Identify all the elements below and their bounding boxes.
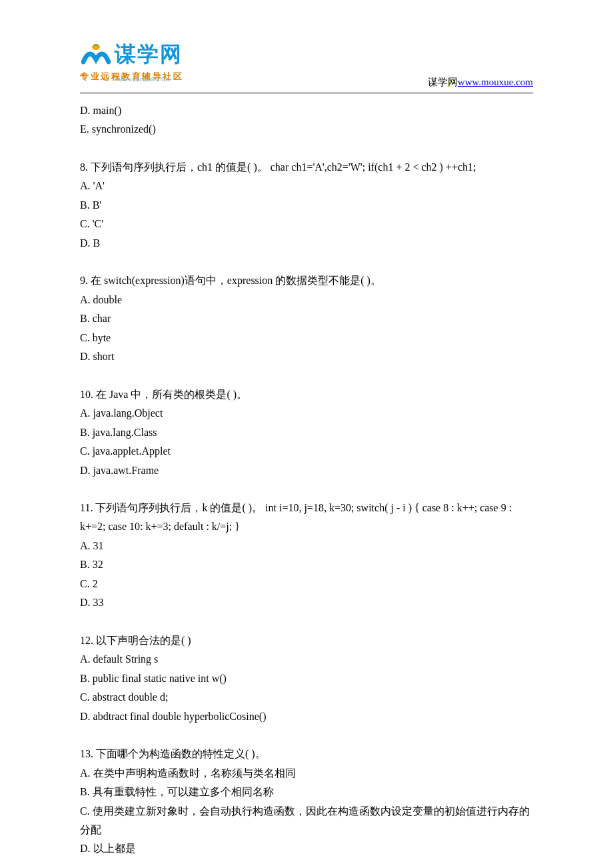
q13-option-d: D. 以上都是: [80, 839, 533, 858]
q8-option-a: A. 'A': [80, 177, 533, 195]
q9-option-d: D. short: [80, 347, 533, 366]
q9-stem: 9. 在 switch(expression)语句中，expression 的数…: [80, 271, 533, 290]
page-header: 谋学网 www.mouxue.com 专业远程教育辅导社区 谋学网www.mou…: [80, 40, 533, 93]
header-right-link: 谋学网www.mouxue.com: [428, 76, 533, 89]
q10-option-b: B. java.lang.Class: [80, 423, 533, 442]
q7-option-e: E. synchronized(): [80, 120, 533, 139]
q11-stem: 11. 下列语句序列执行后，k 的值是( )。 int i=10, j=18, …: [80, 499, 533, 537]
q8-option-d: D. B: [80, 234, 533, 253]
q10-option-d: D. java.awt.Frame: [80, 461, 533, 480]
q8-option-c: C. 'C': [80, 215, 533, 233]
q7-option-d: D. main(): [80, 101, 533, 120]
q13-option-b: B. 具有重载特性，可以建立多个相同名称: [80, 783, 533, 801]
q12-option-b: B. public final static native int w(): [80, 669, 533, 688]
header-url-link[interactable]: www.mouxue.com: [458, 77, 533, 87]
q11-option-a: A. 31: [80, 537, 533, 555]
q13-option-a: A. 在类中声明构造函数时，名称须与类名相同: [80, 764, 533, 783]
header-right-prefix: 谋学网: [428, 77, 458, 87]
document-body: D. main() E. synchronized() 8. 下列语句序列执行后…: [80, 101, 533, 868]
q10-option-a: A. java.lang.Object: [80, 404, 533, 423]
q11-option-b: B. 32: [80, 555, 533, 574]
q13-option-c: C. 使用类建立新对象时，会自动执行构造函数，因此在构造函数内设定变量的初始值进…: [80, 802, 533, 840]
q8-option-b: B. B': [80, 196, 533, 215]
q12-option-d: D. abdtract final double hyperbolicCosin…: [80, 707, 533, 726]
q10-option-c: C. java.applet.Applet: [80, 442, 533, 461]
q12-stem: 12. 以下声明合法的是( ): [80, 631, 533, 650]
q9-option-a: A. double: [80, 291, 533, 309]
q11-option-d: D. 33: [80, 593, 533, 612]
logo-icon: [81, 42, 111, 67]
q8-stem: 8. 下列语句序列执行后，ch1 的值是( )。 char ch1='A',ch…: [80, 158, 533, 177]
q9-option-b: B. char: [80, 309, 533, 328]
logo-url-small: www.mouxue.com: [119, 75, 169, 83]
q13-stem: 13. 下面哪个为构造函数的特性定义( )。: [80, 745, 533, 763]
q9-option-c: C. byte: [80, 329, 533, 347]
site-logo: 谋学网 www.mouxue.com 专业远程教育辅导社区: [80, 40, 183, 83]
q11-option-c: C. 2: [80, 575, 533, 593]
q10-stem: 10. 在 Java 中，所有类的根类是( )。: [80, 385, 533, 404]
q12-option-c: C. abstract double d;: [80, 688, 533, 707]
logo-text: 谋学网: [115, 40, 183, 69]
q12-option-a: A. default String s: [80, 650, 533, 669]
